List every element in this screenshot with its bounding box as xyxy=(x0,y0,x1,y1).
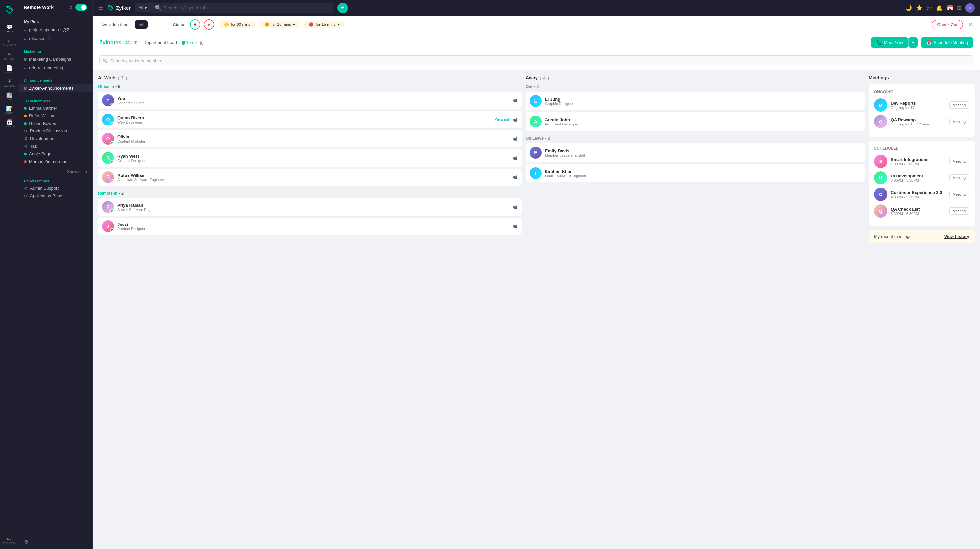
away-card-emily[interactable]: E Emily Davis Member Leadership staff xyxy=(526,143,865,162)
grid-icon[interactable]: ⊞ xyxy=(957,5,961,11)
bell-icon[interactable]: 🔔 xyxy=(936,5,943,11)
meeting-btn-qa-check[interactable]: Meeting xyxy=(949,207,969,214)
member-card-quinn[interactable]: Q Quinn Rivers Web Developer On a call 📹 xyxy=(98,111,522,128)
timer-60-mins[interactable]: 🟡 for 60 mins xyxy=(220,21,255,29)
timer-15-mins-2[interactable]: 🔴 for 15 mins ▾ xyxy=(304,21,344,29)
hamburger-icon[interactable]: ☰ xyxy=(98,4,103,11)
sidebar-item-widgets[interactable]: ⊞ WIDGETS xyxy=(0,77,19,89)
team-member-angie[interactable]: Angie Page xyxy=(19,150,92,158)
team-member-development[interactable]: ⚙ Development xyxy=(19,135,92,142)
meeting-btn-qa[interactable]: Meeting xyxy=(949,118,969,125)
remote-work-toggle[interactable] xyxy=(75,4,87,11)
phone-icon: 📞 xyxy=(876,40,881,45)
video-feed-button[interactable]: 📹 xyxy=(135,20,148,29)
meeting-item-ce[interactable]: C Customer Experience 2.0 4:30PM - 5:30P… xyxy=(874,188,969,201)
timer-15-mins-1[interactable]: 🟠 for 15 mins ▾ xyxy=(260,21,299,29)
video-call-icon-you[interactable]: 📹 xyxy=(513,98,518,103)
timer-chevron-2[interactable]: ▾ xyxy=(337,22,340,27)
checkout-button[interactable]: Check Out xyxy=(932,20,963,30)
member-card-rufus-w[interactable]: R Rufus William Associate Software Engin… xyxy=(98,168,522,186)
meeting-item-smart[interactable]: S Smart Integrations 1:30PM - 2:00PM Mee… xyxy=(874,155,969,168)
video-call-icon-jessi[interactable]: 📹 xyxy=(513,224,518,228)
team-member-product-discussion[interactable]: ⚙ Product Discussion xyxy=(19,127,92,135)
sidebar-label-widgets: WIDGETS xyxy=(4,85,15,87)
show-more[interactable]: Show more xyxy=(19,168,92,175)
at-work-column: At Work (7) Office In • 5 xyxy=(98,75,522,544)
pin-project-updates[interactable]: # project-updates : @Z... xyxy=(19,25,92,34)
meeting-btn-ui[interactable]: Meeting xyxy=(949,174,969,181)
conv-label-0: Admin Support xyxy=(30,186,59,191)
meet-now-button[interactable]: 📞 Meet Now xyxy=(871,37,908,48)
search-input[interactable] xyxy=(164,5,330,10)
zylnotes-count: 11 xyxy=(123,40,132,45)
at-icon[interactable]: @ xyxy=(927,5,932,11)
sidebar-item-projects[interactable]: 🗂 PROJECTS xyxy=(0,534,19,546)
star-icon[interactable]: ⭐ xyxy=(916,5,923,11)
video-call-icon-ryan[interactable]: 📹 xyxy=(513,155,518,160)
status-online-option[interactable]: 🖥 xyxy=(190,19,200,30)
view-history-link[interactable]: View history xyxy=(944,234,969,239)
sidebar-item-channels[interactable]: # CHANNELS xyxy=(0,36,19,48)
calendar-icon[interactable]: 📅 xyxy=(947,5,953,11)
member-card-priya[interactable]: P Priya Raman Senior Software Engineer 📹 xyxy=(98,198,522,216)
sidebar-item-files[interactable]: 📄 FILES xyxy=(0,63,19,76)
video-call-icon-quinn[interactable]: 📹 xyxy=(513,117,518,122)
member-card-jessi[interactable]: J Jessi Product Designer 📹 xyxy=(98,217,522,235)
away-card-li[interactable]: L Li Jung Graphic Designer xyxy=(526,92,865,110)
timer-chevron-1[interactable]: ▾ xyxy=(293,22,295,27)
video-call-icon-rufus-w[interactable]: 📹 xyxy=(513,175,518,179)
away-card-austin[interactable]: A Austin John Front End Developer xyxy=(526,112,865,131)
conv-application-base[interactable]: ⚙ Application Base xyxy=(19,192,92,200)
moon-icon[interactable]: 🌙 xyxy=(905,5,912,11)
member-card-you[interactable]: Y You Leadership Staff 📹 xyxy=(98,92,522,109)
pin-releases[interactable]: # releases ♡ xyxy=(19,34,92,43)
conv-admin-support[interactable]: ⚙ Admin Support xyxy=(19,184,92,192)
nav-referral-marketing[interactable]: # referral-marketing xyxy=(19,63,92,72)
nav-marketing-campaigns[interactable]: # Marketing Campaigns xyxy=(19,55,92,63)
meeting-item-ui[interactable]: U UI Development 3:00PM - 3:30PM Meeting xyxy=(874,171,969,184)
team-member-marcus[interactable]: Marcus Zimmerman xyxy=(19,158,92,165)
my-pins-more[interactable]: ··· xyxy=(83,19,87,24)
away-card-ibrahim[interactable]: I Ibrahim Khan Lead - Software Engineer xyxy=(526,164,865,182)
sidebar-item-notes[interactable]: 📝 NOTES xyxy=(0,104,19,116)
meeting-item-qa-check[interactable]: Q QA Check List 5:30PM - 6:30PM Meeting xyxy=(874,204,969,217)
status-busy-option[interactable]: ● xyxy=(204,19,214,30)
app-logo[interactable] xyxy=(2,3,17,19)
team-member-emma[interactable]: Emma Cartner xyxy=(19,104,92,112)
team-member-gilbert[interactable]: Gilbert Bowers xyxy=(19,119,92,127)
filter-chevron-icon: ▾ xyxy=(145,5,147,10)
meeting-btn-smart[interactable]: Meeting xyxy=(949,158,969,165)
video-call-icon-olivia[interactable]: 📹 xyxy=(513,136,518,141)
office-in-section: Office In • 5 Y You xyxy=(98,84,522,186)
member-card-olivia[interactable]: O Olivia Content Marketer 📹 xyxy=(98,130,522,148)
user-avatar[interactable]: U xyxy=(966,3,975,13)
sidebar-item-history[interactable]: ↩ HISTORY xyxy=(0,50,19,62)
sidebar-item-chats[interactable]: 💬 CHATS xyxy=(0,22,19,35)
search-filter-dropdown[interactable]: All ▾ xyxy=(135,3,151,12)
settings-button[interactable]: ⚙ xyxy=(19,535,92,549)
add-button[interactable]: + xyxy=(337,3,348,13)
at-work-count: ( xyxy=(118,76,119,81)
sidebar-item-org[interactable]: 🏢 ORG xyxy=(0,90,19,103)
video-call-icon-priya[interactable]: 📹 xyxy=(513,205,518,209)
members-search-input[interactable] xyxy=(99,55,974,66)
away-role-emily: Member Leadership staff xyxy=(545,153,861,157)
team-member-taz[interactable]: ⚙ Taz xyxy=(19,142,92,150)
member-name-jessi: Jessi xyxy=(117,222,509,227)
member-info-you: You Leadership Staff xyxy=(117,96,509,105)
meet-now-dropdown-button[interactable]: ▾ xyxy=(908,37,918,48)
nav-zylker-announcements[interactable]: # Zylker-Announcements xyxy=(19,84,92,92)
member-card-ryan[interactable]: R Ryan West Graphic Designer 📹 xyxy=(98,149,522,167)
schedule-meeting-button[interactable]: 📅 Schedule Meeting xyxy=(921,37,974,48)
meeting-btn-dev[interactable]: Meeting xyxy=(949,102,969,109)
meeting-item-dev-reports[interactable]: D Dev Reports Ongoing for 17 mins Meetin… xyxy=(874,98,969,112)
avatar-priya: P xyxy=(102,201,114,213)
meeting-btn-ce[interactable]: Meeting xyxy=(949,191,969,198)
sidebar-item-calendar[interactable]: 📅 CALENDER xyxy=(0,117,19,130)
zylnotes-chevron-icon[interactable]: ▾ xyxy=(134,40,137,46)
team-member-rufus[interactable]: Rufus William xyxy=(19,112,92,119)
announcements-section: Announcements # Zylker-Announcements xyxy=(19,75,92,95)
pin-label-0: project-updates : @Z... xyxy=(29,27,73,32)
meeting-item-qa-rewamp[interactable]: Q QA Rewamp Ongoing for 1hr 12 mins Meet… xyxy=(874,115,969,128)
close-panel-button[interactable]: ✕ xyxy=(969,21,974,28)
